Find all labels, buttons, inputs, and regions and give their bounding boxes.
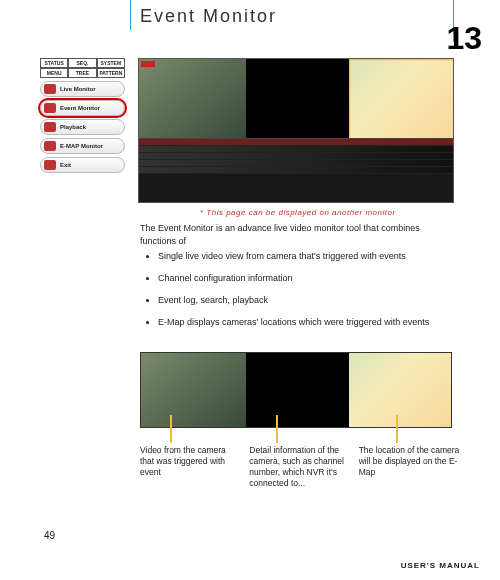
note-text: * This page can be displayed on another …: [200, 208, 396, 217]
exit-icon: [44, 160, 56, 170]
menu-event-monitor: Event Monitor: [40, 100, 125, 116]
playback-icon: [44, 122, 56, 132]
intro-text: The Event Monitor is an advance live vid…: [140, 222, 447, 247]
menu-exit: Exit: [40, 157, 125, 173]
bullet-item: Event log, search, playback: [158, 294, 446, 306]
caption-video: Video from the camera that was triggered…: [140, 445, 241, 489]
video-pane: [139, 59, 246, 138]
tab-system: SYSTEM: [97, 58, 125, 68]
menu-playback: Playback: [40, 119, 125, 135]
caption-info: Detail information of the camera, such a…: [249, 445, 350, 489]
map-pane: [349, 59, 453, 138]
bullet-item: E-Map displays cameras' locations which …: [158, 316, 446, 328]
callout-line: [170, 415, 172, 443]
callout-line: [276, 415, 278, 443]
menu-label: Playback: [60, 124, 86, 130]
video-pane-2: [141, 353, 246, 427]
screenshot-detail: [140, 352, 452, 428]
tab-status: STATUS: [40, 58, 68, 68]
caption-map: The location of the camera will be displ…: [359, 445, 460, 489]
menu-live-monitor: Live Monitor: [40, 81, 125, 97]
caption-row: Video from the camera that was triggered…: [140, 445, 460, 489]
bullet-item: Single live video view from camera that'…: [158, 250, 446, 262]
tab-tree: TREE: [68, 68, 96, 78]
sidebar-menu: STATUS SEQ. SYSTEM MENU TREE PATTERN Liv…: [40, 58, 125, 173]
footer-text: USER'S MANUAL: [401, 561, 480, 570]
menu-label: E-MAP Monitor: [60, 143, 103, 149]
bullet-item: Channel configuration information: [158, 272, 446, 284]
event-icon: [44, 103, 56, 113]
menu-emap: E-MAP Monitor: [40, 138, 125, 154]
menu-label: Event Monitor: [60, 105, 100, 111]
menu-label: Exit: [60, 162, 71, 168]
chapter-number: 13: [446, 20, 482, 57]
info-pane-2: [246, 353, 348, 427]
page-number: 49: [44, 530, 55, 541]
page-title: Event Monitor: [140, 6, 277, 27]
menu-label: Live Monitor: [60, 86, 96, 92]
feature-list: Single live video view from camera that'…: [158, 250, 446, 339]
screenshot-main: [138, 58, 454, 203]
info-pane: [246, 59, 350, 138]
monitor-icon: [44, 84, 56, 94]
map-icon: [44, 141, 56, 151]
map-pane-2: [349, 353, 451, 427]
tab-pattern: PATTERN: [97, 68, 125, 78]
tab-menu: MENU: [40, 68, 68, 78]
log-pane: [139, 138, 453, 202]
callout-line: [396, 415, 398, 443]
tab-seq: SEQ.: [68, 58, 96, 68]
